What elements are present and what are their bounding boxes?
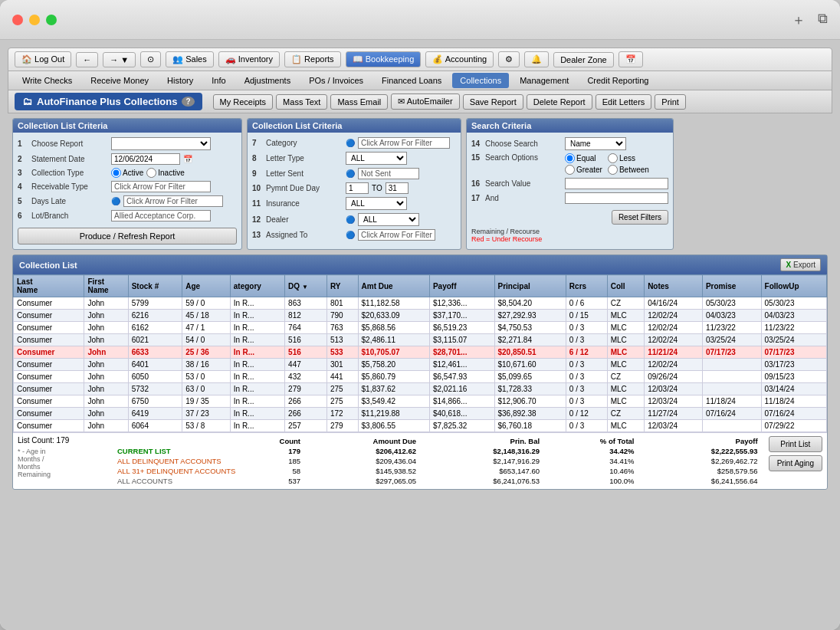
statement-date-input[interactable] xyxy=(111,153,180,165)
letter-sent-toggle[interactable]: 🔵 xyxy=(346,169,355,178)
radio-greater[interactable] xyxy=(565,165,575,175)
table-cell: 59 / 0 xyxy=(182,297,231,310)
mass-email-btn[interactable]: Mass Email xyxy=(330,94,388,110)
search-value-input[interactable] xyxy=(565,178,668,189)
save-report-btn[interactable]: Save Report xyxy=(463,94,523,110)
radio-less-label[interactable]: Less xyxy=(608,153,649,163)
lot-branch-value[interactable]: Allied Acceptance Corp. xyxy=(111,210,211,221)
print-aging-btn[interactable]: Print Aging xyxy=(769,455,822,471)
produce-refresh-btn[interactable]: Produce / Refresh Report xyxy=(18,228,237,244)
table-cell: John xyxy=(84,297,128,310)
radio-less[interactable] xyxy=(608,153,618,163)
table-row[interactable]: ConsumerJohn602154 / 0In R...516513$2,48… xyxy=(14,334,827,346)
maximize-btn[interactable] xyxy=(46,15,57,25)
nav-dealer-zone[interactable]: Dealer Zone xyxy=(553,52,614,67)
col-notes: Notes xyxy=(645,275,703,297)
table-row[interactable]: ConsumerJohn675019 / 35In R...266275$3,5… xyxy=(14,395,827,408)
table-row[interactable]: ConsumerJohn616247 / 1In R...764763$5,86… xyxy=(14,322,827,334)
nav-settings[interactable]: ⚙ xyxy=(498,51,520,67)
receivable-type-filter[interactable]: Click Arrow For Filter xyxy=(111,181,211,192)
nav-write-checks[interactable]: Write Checks xyxy=(15,73,80,88)
table-row[interactable]: ConsumerJohn621645 / 18In R...812790$20,… xyxy=(14,310,827,322)
radio-active[interactable] xyxy=(111,168,121,178)
table-scroll-container[interactable]: LastName FirstName Stock # Age ategory D… xyxy=(13,274,827,432)
nav-forward[interactable]: → ▼ xyxy=(103,52,136,67)
table-row[interactable]: ConsumerJohn606453 / 8In R...257279$3,80… xyxy=(14,420,827,432)
nav-info[interactable]: Info xyxy=(204,73,233,88)
help-icon[interactable]: ? xyxy=(182,97,194,107)
pymnt-to-input[interactable] xyxy=(386,182,409,194)
add-icon[interactable]: ＋ xyxy=(792,11,806,29)
row-label-8: Letter Type xyxy=(266,154,343,162)
days-late-toggle[interactable]: 🔵 xyxy=(111,197,120,205)
dealer-toggle[interactable]: 🔵 xyxy=(346,215,355,224)
table-row[interactable]: ConsumerJohn605053 / 0In R...432441$5,86… xyxy=(14,371,827,383)
nav-home[interactable]: ⊙ xyxy=(140,51,161,67)
nav-accounting[interactable]: 💰 Accounting xyxy=(425,51,494,67)
nav-bookkeeping[interactable]: 📖 Bookkeeping xyxy=(346,51,422,67)
radio-between-label[interactable]: Between xyxy=(608,165,649,175)
export-btn[interactable]: X Export xyxy=(780,258,821,271)
nav-bell[interactable]: 🔔 xyxy=(524,51,549,67)
nav-sales[interactable]: 👥 Sales xyxy=(166,51,214,67)
table-row[interactable]: ConsumerJohn573263 / 0In R...279275$1,83… xyxy=(14,383,827,395)
and-value-input[interactable] xyxy=(565,192,668,204)
dealer-select[interactable]: ALL xyxy=(358,213,419,226)
calendar-icon[interactable]: 📅 xyxy=(183,155,192,163)
edit-letters-btn[interactable]: Edit Letters xyxy=(596,94,652,110)
nav-inventory[interactable]: 🚗 Inventory xyxy=(218,51,280,67)
print-btn[interactable]: Print xyxy=(655,94,686,110)
choose-report-select[interactable] xyxy=(111,137,211,150)
letter-sent-value[interactable]: Not Sent xyxy=(358,168,419,179)
criteria-row-6: 6 Lot/Branch Allied Acceptance Corp. xyxy=(18,210,237,221)
radio-inactive-label[interactable]: Inactive xyxy=(146,168,184,178)
radio-greater-label[interactable]: Greater xyxy=(565,165,606,175)
pymnt-from-input[interactable] xyxy=(346,182,369,194)
nav-reports[interactable]: 📋 Reports xyxy=(284,51,341,67)
nav-back[interactable]: ← xyxy=(76,52,98,67)
table-cell: 5732 xyxy=(128,383,182,395)
radio-between[interactable] xyxy=(608,165,618,175)
my-receipts-btn[interactable]: My Receipts xyxy=(213,94,274,110)
choose-search-select[interactable]: Name xyxy=(565,137,626,150)
nav-management[interactable]: Management xyxy=(512,73,576,88)
insurance-select[interactable]: ALL xyxy=(346,197,407,210)
table-cell: Consumer xyxy=(14,420,84,432)
radio-inactive[interactable] xyxy=(146,168,156,178)
reset-filters-btn[interactable]: Reset Filters xyxy=(612,210,668,225)
nav-receive-money[interactable]: Receive Money xyxy=(83,73,156,88)
radio-equal[interactable] xyxy=(565,153,575,163)
table-cell: 432 xyxy=(285,371,327,383)
category-filter[interactable]: Click Arrow For Filter xyxy=(358,137,450,149)
assigned-to-toggle[interactable]: 🔵 xyxy=(346,231,355,239)
radio-equal-label[interactable]: Equal xyxy=(565,153,606,163)
close-btn[interactable] xyxy=(12,15,23,25)
table-cell: John xyxy=(84,359,128,371)
nav-financed-loans[interactable]: Financed Loans xyxy=(374,73,449,88)
letter-type-select[interactable]: ALL xyxy=(346,152,407,165)
row-num-7: 7 xyxy=(252,139,263,147)
table-row[interactable]: ConsumerJohn641937 / 23In R...266172$11,… xyxy=(14,408,827,420)
nav-calendar[interactable]: 📅 xyxy=(619,51,643,67)
table-row[interactable]: ConsumerJohn640138 / 16In R...447301$5,7… xyxy=(14,359,827,371)
delete-report-btn[interactable]: Delete Report xyxy=(527,94,592,110)
auto-emailer-btn[interactable]: ✉ AutoEmailer xyxy=(391,94,459,110)
nav-pos-invoices[interactable]: POs / Invoices xyxy=(301,73,371,88)
minimize-btn[interactable] xyxy=(29,15,40,25)
assigned-to-filter[interactable]: Click Arrow For Filter xyxy=(358,229,435,241)
days-late-filter[interactable]: Click Arrow For Filter xyxy=(123,195,223,207)
radio-active-label[interactable]: Active xyxy=(111,168,143,178)
table-row[interactable]: ConsumerJohn663325 / 36In R...516533$10,… xyxy=(14,346,827,359)
nav-credit-reporting[interactable]: Credit Reporting xyxy=(579,73,656,88)
cat-toggle[interactable]: 🔵 xyxy=(346,139,355,147)
nav-logout[interactable]: 🏠 Log Out xyxy=(15,51,71,67)
nav-collections[interactable]: Collections xyxy=(452,73,509,88)
print-list-btn[interactable]: Print List xyxy=(769,436,822,452)
table-row[interactable]: ConsumerJohn579959 / 0In R...863801$11,1… xyxy=(14,297,827,310)
mass-text-btn[interactable]: Mass Text xyxy=(276,94,327,110)
nav-history[interactable]: History xyxy=(159,73,201,88)
nav-adjustments[interactable]: Adjustments xyxy=(237,73,299,88)
copy-icon[interactable]: ⧉ xyxy=(818,11,828,29)
totals-label: ALL ACCOUNTS xyxy=(117,476,240,486)
table-cell: 266 xyxy=(285,408,327,420)
